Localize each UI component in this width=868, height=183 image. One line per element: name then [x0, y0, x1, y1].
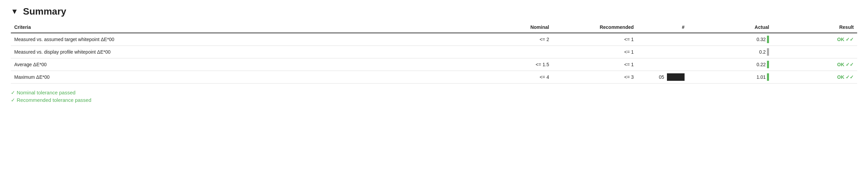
- gray-bar-icon: [767, 48, 769, 56]
- cell-actual: 0.22: [688, 58, 773, 71]
- triangle-icon: ▼: [11, 7, 18, 16]
- cell-criteria: Average ΔE*00: [11, 58, 485, 71]
- result-value: OK ✓✓: [837, 74, 854, 80]
- cell-nominal: [485, 46, 553, 58]
- actual-value: 0.22: [756, 62, 766, 67]
- footer: ✓ Nominal tolerance passed ✓ Recommended…: [11, 90, 857, 103]
- actual-value: 0.32: [756, 37, 766, 42]
- header-result: Result: [772, 22, 857, 33]
- cell-actual: 1.01: [688, 71, 773, 84]
- section-title-text: Summary: [23, 6, 66, 17]
- green-bar-icon: [767, 73, 769, 81]
- cell-result: OK ✓✓: [772, 33, 857, 46]
- cell-hash: [637, 33, 688, 46]
- cell-result: OK ✓✓: [772, 71, 857, 84]
- cell-actual: 0.32: [688, 33, 773, 46]
- cell-hash: [637, 46, 688, 58]
- cell-hash: [637, 58, 688, 71]
- cell-result: [772, 46, 857, 58]
- cell-recommended: <= 1: [552, 58, 637, 71]
- table-row: Measured vs. display profile whitepoint …: [11, 46, 857, 58]
- cell-result: OK ✓✓: [772, 58, 857, 71]
- cell-recommended: <= 1: [552, 33, 637, 46]
- table-row: Maximum ΔE*00<= 4<= 3051.01OK ✓✓: [11, 71, 857, 84]
- green-bar-icon: [767, 36, 769, 43]
- actual-value: 1.01: [756, 74, 766, 80]
- cell-recommended: <= 3: [552, 71, 637, 84]
- header-actual: Actual: [688, 22, 773, 33]
- cell-recommended: <= 1: [552, 46, 637, 58]
- cell-nominal: <= 1.5: [485, 58, 553, 71]
- hash-number: 05: [659, 74, 664, 80]
- cell-actual: 0.2: [688, 46, 773, 58]
- header-criteria: Criteria: [11, 22, 485, 33]
- cell-criteria: Maximum ΔE*00: [11, 71, 485, 84]
- result-value: OK ✓✓: [837, 37, 854, 42]
- cell-criteria: Measured vs. assumed target whitepoint Δ…: [11, 33, 485, 46]
- header-nominal: Nominal: [485, 22, 553, 33]
- table-row: Average ΔE*00<= 1.5<= 10.22OK ✓✓: [11, 58, 857, 71]
- table-row: Measured vs. assumed target whitepoint Δ…: [11, 33, 857, 46]
- header-hash: #: [637, 22, 688, 33]
- cell-hash: 05: [637, 71, 688, 84]
- header-recommended: Recommended: [552, 22, 637, 33]
- summary-table: Criteria Nominal Recommended # Actual Re…: [11, 22, 857, 84]
- cell-nominal: <= 4: [485, 71, 553, 84]
- cell-nominal: <= 2: [485, 33, 553, 46]
- section-title: ▼ Summary: [11, 6, 857, 17]
- footer-line2: ✓ Recommended tolerance passed: [11, 97, 857, 103]
- actual-value: 0.2: [759, 49, 766, 55]
- footer-line1: ✓ Nominal tolerance passed: [11, 90, 857, 96]
- color-swatch: [667, 73, 685, 81]
- result-value: OK ✓✓: [837, 62, 854, 67]
- green-bar-icon: [767, 61, 769, 68]
- cell-criteria: Measured vs. display profile whitepoint …: [11, 46, 485, 58]
